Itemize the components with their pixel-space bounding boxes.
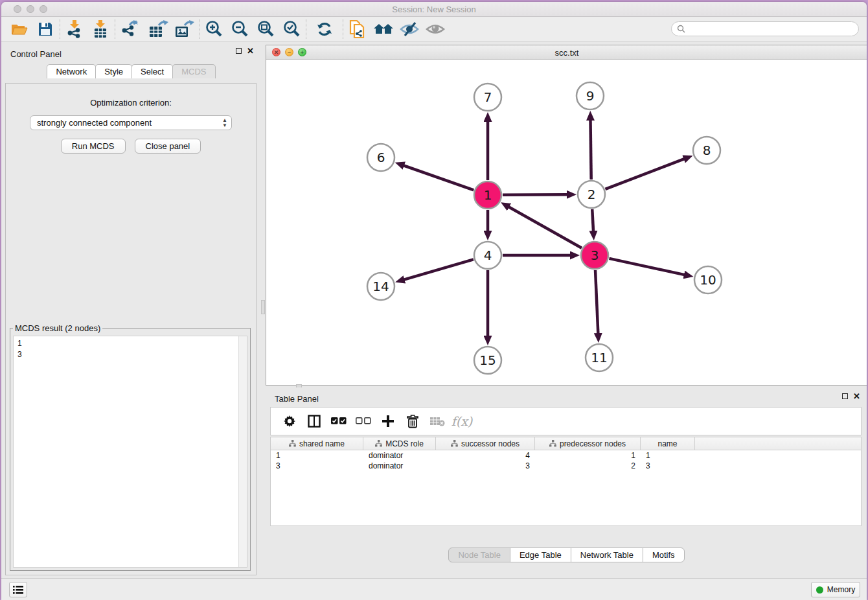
zoom-fit-button[interactable] xyxy=(253,19,279,40)
table-row[interactable]: 1 dominator 4 1 1 xyxy=(271,450,861,461)
edge-4-14[interactable] xyxy=(404,259,474,279)
show-column-panel-button[interactable] xyxy=(303,410,325,432)
table-row[interactable]: 3 dominator 3 2 3 xyxy=(271,461,861,471)
function-builder-button[interactable]: f(x) xyxy=(451,410,473,432)
export-network-button[interactable] xyxy=(117,19,143,40)
cell-successor-nodes[interactable]: 4 xyxy=(436,450,535,461)
vertical-splitter[interactable] xyxy=(260,42,266,578)
attribute-type-icon xyxy=(549,440,556,447)
node-label-11: 11 xyxy=(591,350,607,365)
checked-boxes-icon xyxy=(331,417,347,425)
home-layout-button[interactable] xyxy=(371,19,396,40)
node-label-6: 6 xyxy=(377,150,385,165)
edge-2-9[interactable] xyxy=(590,120,591,179)
node-label-15: 15 xyxy=(479,352,496,368)
open-folder-icon xyxy=(11,22,28,36)
run-mcds-button[interactable]: Run MCDS xyxy=(61,139,126,154)
network-canvas[interactable]: 7968124314101511 xyxy=(266,60,867,385)
zoom-selected-button[interactable] xyxy=(279,19,304,40)
tab-select[interactable]: Select xyxy=(131,64,173,78)
optimization-criterion-select[interactable]: strongly connected component ▲▼ xyxy=(30,115,232,130)
cell-mcds-role[interactable]: dominator xyxy=(363,461,436,471)
create-column-button[interactable] xyxy=(377,410,399,432)
cell-name[interactable]: 1 xyxy=(641,450,695,461)
select-stepper-icon: ▲▼ xyxy=(222,118,227,128)
close-table-panel-icon[interactable]: ✕ xyxy=(853,393,860,400)
node-table: shared name MCDS role successor nodes pr… xyxy=(270,437,862,526)
cell-shared-name[interactable]: 3 xyxy=(271,461,363,471)
zoom-in-icon xyxy=(205,20,223,38)
delete-column-button[interactable] xyxy=(402,410,424,432)
deselect-all-columns-button[interactable] xyxy=(352,410,374,432)
save-session-button[interactable] xyxy=(32,19,58,40)
edge-1-2[interactable] xyxy=(503,194,567,195)
select-all-columns-button[interactable] xyxy=(328,410,350,432)
tab-style[interactable]: Style xyxy=(95,64,132,78)
import-network-button[interactable] xyxy=(62,19,87,40)
import-table-icon xyxy=(93,20,108,38)
splitter-grip[interactable] xyxy=(261,300,265,314)
hide-selected-button[interactable] xyxy=(396,19,422,40)
tab-network[interactable]: Network xyxy=(47,64,96,78)
memory-button[interactable]: Memory xyxy=(811,582,860,597)
network-title: scc.txt xyxy=(266,48,867,58)
zoom-in-button[interactable] xyxy=(201,19,227,40)
cell-name[interactable]: 3 xyxy=(641,461,695,471)
edge-2-3[interactable] xyxy=(592,209,593,231)
tab-network-table[interactable]: Network Table xyxy=(571,548,643,562)
tab-motifs[interactable]: Motifs xyxy=(643,548,685,562)
float-panel-icon[interactable] xyxy=(236,48,242,54)
export-image-icon xyxy=(175,20,194,38)
cell-mcds-role[interactable]: dominator xyxy=(363,450,436,461)
edge-1-6[interactable] xyxy=(404,165,474,190)
column-header-shared-name[interactable]: shared name xyxy=(271,437,363,450)
column-header-name[interactable]: name xyxy=(641,437,695,450)
toolbar-separator xyxy=(199,19,200,39)
cell-predecessor-nodes[interactable]: 2 xyxy=(535,461,641,471)
edge-3-11[interactable] xyxy=(595,270,598,334)
edge-2-8[interactable] xyxy=(605,159,684,189)
cell-successor-nodes[interactable]: 3 xyxy=(436,461,535,471)
network-graph[interactable]: 7968124314101511 xyxy=(266,60,867,386)
column-header-successor-nodes[interactable]: successor nodes xyxy=(436,437,535,450)
export-table-button[interactable] xyxy=(146,19,172,40)
plus-icon xyxy=(382,415,394,428)
houses-icon xyxy=(373,21,394,37)
toolbar-separator xyxy=(306,19,306,39)
cell-shared-name[interactable]: 1 xyxy=(271,450,363,461)
task-history-button[interactable] xyxy=(9,582,27,597)
edge-3-10[interactable] xyxy=(609,259,684,275)
float-table-panel-icon[interactable] xyxy=(842,393,848,399)
open-session-button[interactable] xyxy=(6,19,32,40)
column-header-predecessor-nodes[interactable]: predecessor nodes xyxy=(535,437,641,450)
first-neighbors-button[interactable] xyxy=(345,19,371,40)
close-panel-icon[interactable]: ✕ xyxy=(247,47,254,54)
column-header-mcds-role[interactable]: MCDS role xyxy=(363,437,436,450)
refresh-button[interactable] xyxy=(312,19,337,40)
cell-predecessor-nodes[interactable]: 1 xyxy=(535,450,641,461)
export-image-button[interactable] xyxy=(172,19,198,40)
result-scrollbar[interactable] xyxy=(238,336,247,567)
window-title: Session: New Session xyxy=(1,5,867,14)
node-label-10: 10 xyxy=(700,272,716,288)
search-field[interactable] xyxy=(671,21,859,36)
status-bar: Memory xyxy=(1,578,867,600)
tab-node-table[interactable]: Node Table xyxy=(448,548,510,562)
show-all-button[interactable] xyxy=(422,19,448,40)
import-table-button[interactable] xyxy=(87,19,113,40)
search-input[interactable] xyxy=(685,25,858,34)
table-header-row: shared name MCDS role successor nodes pr… xyxy=(271,437,861,450)
mcds-result-line: 1 xyxy=(17,338,243,349)
toolbar-separator xyxy=(115,19,115,39)
edge-3-1[interactable] xyxy=(508,207,582,248)
close-panel-button[interactable]: Close panel xyxy=(135,139,201,154)
zoom-out-button[interactable] xyxy=(227,19,253,40)
node-label-14: 14 xyxy=(372,279,389,294)
delete-table-button[interactable] xyxy=(426,410,448,432)
table-tabs: Node Table Edge Table Network Table Moti… xyxy=(266,548,867,562)
mcds-result-list[interactable]: 1 3 xyxy=(13,336,247,568)
tab-mcds[interactable]: MCDS xyxy=(172,64,215,78)
network-window-titlebar[interactable]: ✕ – + scc.txt xyxy=(266,45,867,60)
tab-edge-table[interactable]: Edge Table xyxy=(510,548,571,562)
table-settings-button[interactable] xyxy=(279,410,301,432)
